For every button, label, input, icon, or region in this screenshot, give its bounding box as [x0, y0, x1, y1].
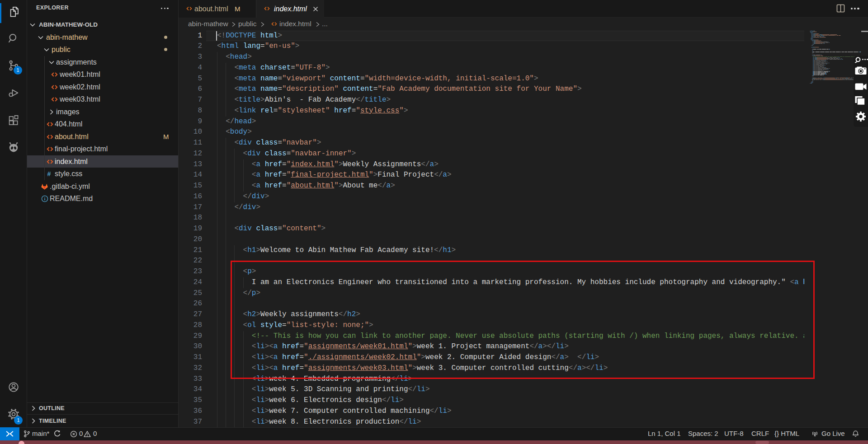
svg-text:#: # — [47, 170, 51, 178]
